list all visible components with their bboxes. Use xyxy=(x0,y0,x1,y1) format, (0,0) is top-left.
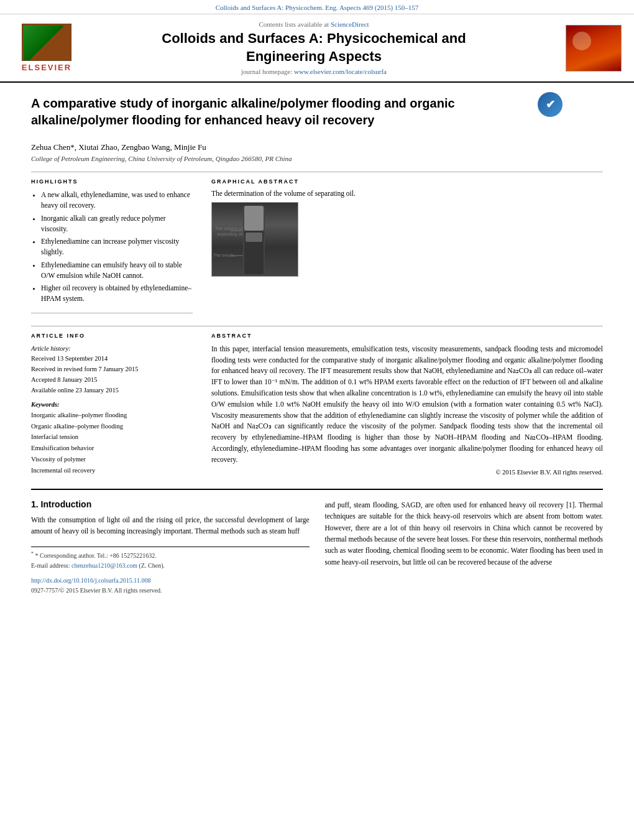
footnote-corresponding: * * Corresponding author. Tel.: +86 1527… xyxy=(31,550,310,561)
elsevier-wordmark: ELSEVIER xyxy=(22,63,71,72)
article-info-column: ARTICLE INFO Article history: Received 1… xyxy=(31,333,193,476)
svg-text:The volume of: The volume of xyxy=(215,226,242,231)
keywords-section: Keywords: Inorganic alkaline–polymer flo… xyxy=(31,401,193,476)
article-info-abstract-section: ARTICLE INFO Article history: Received 1… xyxy=(31,326,603,476)
body-column-left: 1. Introduction With the consumption of … xyxy=(31,499,310,596)
list-item: Ethylenediamine can increase polymer vis… xyxy=(41,236,193,258)
footnote-email-line: E-mail address: chenzehua1210@163.com (Z… xyxy=(31,561,310,571)
graphical-abstract-image: The volume of separating oil The emuls..… xyxy=(211,202,298,277)
highlights-column: HIGHLIGHTS A new alkali, ethylenediamine… xyxy=(31,178,193,313)
authors-line: Zehua Chen*, Xiutai Zhao, Zengbao Wang, … xyxy=(31,142,603,152)
crossmark-icon: ✔ xyxy=(538,92,563,117)
journal-homepage-link[interactable]: www.elsevier.com/locate/colsurfa xyxy=(294,68,387,75)
keyword-item: Viscosity of polymer xyxy=(31,454,193,465)
svg-text:The emuls...: The emuls... xyxy=(213,253,237,257)
keywords-label: Keywords: xyxy=(31,401,193,408)
list-item: Ethylenediamine can emulsify heavy oil t… xyxy=(41,260,193,282)
article-info-label: ARTICLE INFO xyxy=(31,333,193,339)
highlights-graphical-section: HIGHLIGHTS A new alkali, ethylenediamine… xyxy=(31,172,603,320)
abstract-label: ABSTRACT xyxy=(211,333,603,339)
journal-title-area: Contents lists available at ScienceDirec… xyxy=(81,21,547,75)
keyword-item: Emulsification behavior xyxy=(31,443,193,454)
elsevier-tree-icon xyxy=(22,24,71,61)
received-date: Received 13 September 2014 xyxy=(31,354,193,364)
keyword-item: Incremental oil recovery xyxy=(31,465,193,476)
graphical-abstract-column: GRAPHICAL ABSTRACT The determination of … xyxy=(211,178,603,320)
journal-cover-image xyxy=(566,25,622,72)
highlights-label: HIGHLIGHTS xyxy=(31,178,193,185)
list-item: Higher oil recovery is obtained by ethyl… xyxy=(41,283,193,305)
graphical-abstract-desc: The determination of the volume of separ… xyxy=(211,190,603,197)
elsevier-logo: ELSEVIER xyxy=(12,24,81,72)
footnote-area: * * Corresponding author. Tel.: +86 1527… xyxy=(31,547,310,596)
affiliation-text: College of Petroleum Engineering, China … xyxy=(31,155,603,162)
body-columns: 1. Introduction With the consumption of … xyxy=(31,499,603,596)
keyword-item: Interfacial tension xyxy=(31,432,193,443)
article-title: A comparative study of inorganic alkalin… xyxy=(31,95,528,129)
list-item: Inorganic alkali can greatly reduce poly… xyxy=(41,213,193,235)
journal-header: ELSEVIER Contents lists available at Sci… xyxy=(0,14,634,83)
svg-rect-1 xyxy=(244,206,264,231)
journal-citation-text: Colloids and Surfaces A: Physicochem. En… xyxy=(216,4,419,11)
svg-rect-3 xyxy=(246,233,262,242)
intro-text-col2: and puff, steam flooding, SAGD, are ofte… xyxy=(325,499,604,568)
intro-text-col1: With the consumption of light oil and th… xyxy=(31,514,310,537)
graphical-abstract-label: GRAPHICAL ABSTRACT xyxy=(211,178,603,185)
accepted-date: Accepted 8 January 2015 xyxy=(31,375,193,385)
footnote-email-link[interactable]: chenzehua1210@163.com xyxy=(71,562,137,569)
article-container: A comparative study of inorganic alkalin… xyxy=(0,83,634,608)
abstract-column: ABSTRACT In this paper, interfacial tens… xyxy=(211,333,603,476)
journal-cover-area xyxy=(547,25,622,72)
keywords-list: Inorganic alkaline–polymer flooding Orga… xyxy=(31,410,193,476)
article-history: Article history: Received 13 September 2… xyxy=(31,344,193,396)
body-column-right: and puff, steam flooding, SAGD, are ofte… xyxy=(325,499,604,596)
abstract-text: In this paper, interfacial tension measu… xyxy=(211,344,603,466)
highlights-list: A new alkali, ethylenediamine, was used … xyxy=(31,190,193,305)
copyright-notice: © 2015 Elsevier B.V. All rights reserved… xyxy=(211,469,603,476)
body-divider xyxy=(31,489,603,490)
journal-citation-bar: Colloids and Surfaces A: Physicochem. En… xyxy=(0,0,634,14)
footnote-doi-link[interactable]: http://dx.doi.org/10.1016/j.colsurfa.201… xyxy=(31,577,151,584)
keyword-item: Organic alkaline–polymer flooding xyxy=(31,421,193,432)
journal-homepage-line: journal homepage: www.elsevier.com/locat… xyxy=(81,68,547,75)
journal-full-title: Colloids and Surfaces A: Physicochemical… xyxy=(81,30,547,65)
keyword-item: Inorganic alkaline–polymer flooding xyxy=(31,410,193,421)
svg-text:separating oil: separating oil xyxy=(217,232,243,237)
authors-text: Zehua Chen*, Xiutai Zhao, Zengbao Wang, … xyxy=(31,142,206,152)
history-label: Article history: xyxy=(31,344,193,354)
list-item: A new alkali, ethylenediamine, was used … xyxy=(41,190,193,211)
crossmark-badge[interactable]: ✔ xyxy=(538,92,563,117)
received-revised-date: Received in revised form 7 January 2015 xyxy=(31,364,193,375)
footnote-issn: 0927-7757/© 2015 Elsevier B.V. All right… xyxy=(31,586,310,596)
available-online-date: Available online 23 January 2015 xyxy=(31,385,193,396)
sciencedirect-link-line: Contents lists available at ScienceDirec… xyxy=(81,21,547,28)
publisher-logo-area: ELSEVIER xyxy=(12,24,81,72)
section1-title: 1. Introduction xyxy=(31,499,310,509)
sciencedirect-link[interactable]: ScienceDirect xyxy=(331,21,369,28)
